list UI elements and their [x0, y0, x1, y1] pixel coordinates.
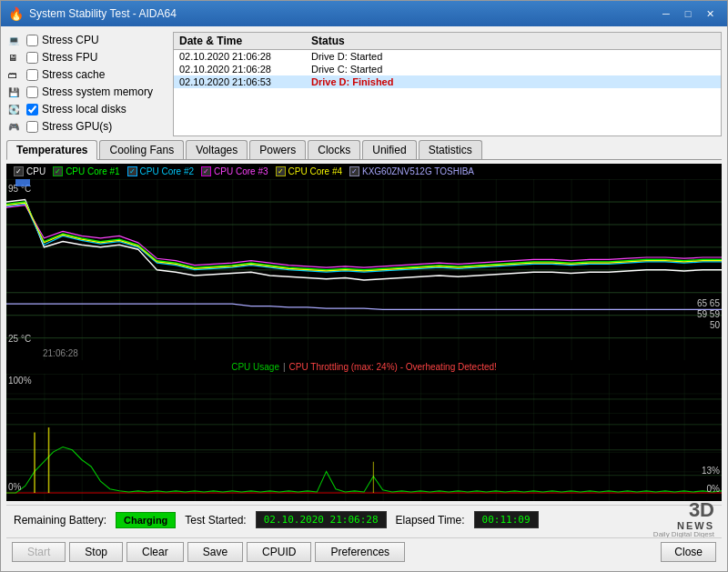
log-row-3: 02.10.2020 21:06:53 Drive D: Finished: [174, 75, 721, 88]
cpu-chart-title-bar: CPU Usage | CPU Throttling (max: 24%) - …: [6, 360, 722, 374]
x-label-start: 21:06:28: [43, 348, 78, 358]
legend-cpu-label: CPU: [26, 166, 46, 176]
legend-cpu: ✓ CPU: [14, 166, 46, 176]
title-bar: 🔥 System Stability Test - AIDA64 ─ □ ✕: [1, 1, 727, 26]
log-time-1: 02.10.2020 21:06:28: [179, 51, 311, 62]
temp-chart-area: 95 °C 25 °C 65 65 59 59 50 21:06:28: [6, 179, 722, 360]
disk-icon: 💽: [8, 105, 23, 115]
logo-area: 3D NEWS Daily Digital Digest: [653, 500, 714, 539]
y-right-65: 65 65: [697, 297, 720, 307]
title-bar-left: 🔥 System Stability Test - AIDA64: [8, 6, 177, 21]
close-button[interactable]: ✕: [700, 5, 720, 22]
cpu-chart-svg: [6, 374, 722, 501]
log-header-status: Status: [311, 35, 715, 47]
elapsed-label: Elapsed Time:: [396, 514, 465, 527]
log-rows: 02.10.2020 21:06:28 Drive D: Started 02.…: [174, 50, 721, 88]
window-title: System Stability Test - AIDA64: [29, 7, 177, 20]
minimize-button[interactable]: ─: [656, 5, 676, 22]
stress-sysmem-checkbox[interactable]: [26, 86, 38, 98]
test-started-value: 02.10.2020 21:06:28: [256, 511, 387, 528]
title-bar-buttons: ─ □ ✕: [656, 5, 720, 22]
tab-temperatures[interactable]: Temperatures: [6, 140, 97, 160]
y-right-59: 59 59: [697, 308, 720, 318]
legend-toshiba: ✓ KXG60ZNV512G TOSHIBA: [349, 166, 474, 176]
cpu-chart-wrapper: CPU Usage | CPU Throttling (max: 24%) - …: [6, 360, 722, 501]
cpuid-button[interactable]: CPUID: [247, 542, 311, 562]
stress-gpu-checkbox[interactable]: [26, 121, 38, 133]
scroll-indicator[interactable]: [15, 179, 30, 186]
tab-cooling-fans[interactable]: Cooling Fans: [99, 140, 184, 159]
log-row-1: 02.10.2020 21:06:28 Drive D: Started: [174, 50, 721, 63]
sysmem-icon: 💾: [8, 87, 23, 97]
elapsed-value: 00:11:09: [474, 511, 539, 528]
stress-disk-checkbox[interactable]: [26, 104, 38, 115]
battery-value: Charging: [116, 512, 176, 528]
legend-core2-label: CPU Core #2: [140, 166, 194, 176]
log-status-1: Drive D: Started: [311, 51, 715, 62]
legend-core1: ✓ CPU Core #1: [53, 166, 119, 176]
save-button[interactable]: Save: [187, 542, 243, 562]
app-icon: 🔥: [8, 6, 24, 21]
stress-gpu-item: 🎮 Stress GPU(s): [6, 118, 166, 135]
log-header-datetime: Date & Time: [179, 35, 311, 47]
legend-core3-label: CPU Core #3: [214, 166, 268, 176]
tab-unified[interactable]: Unified: [362, 140, 416, 159]
logo-3d: 3D: [653, 500, 714, 520]
test-started-label: Test Started:: [185, 514, 246, 527]
log-status-2: Drive C: Started: [311, 64, 715, 75]
stress-cpu-label: Stress CPU: [42, 34, 99, 46]
cpu-icon: 💻: [8, 35, 23, 45]
legend-core4: ✓ CPU Core #4: [276, 166, 342, 176]
y-right-0pct: 0%: [707, 484, 720, 494]
temp-chart-svg: [6, 179, 722, 360]
stress-sysmem-label: Stress system memory: [42, 85, 153, 98]
stress-fpu-checkbox[interactable]: [26, 52, 38, 64]
legend-core1-label: CPU Core #1: [66, 166, 119, 176]
bottom-buttons: Start Stop Clear Save CPUID Preferences …: [6, 537, 722, 566]
stress-cache-checkbox[interactable]: [26, 69, 38, 81]
cache-icon: 🗃: [8, 70, 23, 80]
battery-label: Remaining Battery:: [14, 514, 106, 527]
temp-chart-wrapper: ✓ CPU ✓ CPU Core #1 ✓ CPU Core #2 ✓ CPU …: [6, 164, 722, 360]
temp-chart-legend: ✓ CPU ✓ CPU Core #1 ✓ CPU Core #2 ✓ CPU …: [6, 164, 722, 179]
stress-options: 💻 Stress CPU 🖥 Stress FPU 🗃 Stress cache…: [6, 32, 166, 136]
log-header: Date & Time Status: [174, 33, 721, 50]
stress-disk-label: Stress local disks: [42, 103, 126, 115]
close-window-button[interactable]: Close: [661, 542, 716, 562]
cpu-throttle-text: CPU Throttling (max: 24%) - Overheating …: [289, 362, 497, 372]
gpu-icon: 🎮: [8, 122, 23, 132]
stop-button[interactable]: Stop: [69, 542, 123, 562]
stress-gpu-label: Stress GPU(s): [42, 120, 112, 133]
y-right-13: 13%: [702, 466, 720, 476]
legend-core4-label: CPU Core #4: [288, 166, 342, 176]
tab-clocks[interactable]: Clocks: [308, 140, 360, 159]
stress-sysmem-item: 💾 Stress system memory: [6, 84, 166, 100]
main-window: 🔥 System Stability Test - AIDA64 ─ □ ✕ 💻…: [0, 0, 728, 572]
legend-core2: ✓ CPU Core #2: [127, 166, 194, 176]
stress-disk-item: 💽 Stress local disks: [6, 101, 166, 117]
y-label-25: 25 °C: [8, 334, 31, 344]
fpu-icon: 🖥: [8, 53, 23, 63]
maximize-button[interactable]: □: [678, 5, 698, 22]
log-time-2: 02.10.2020 21:06:28: [179, 64, 311, 75]
log-time-3: 02.10.2020 21:06:53: [179, 76, 311, 87]
cpu-legend-text: CPU Usage: [231, 362, 279, 372]
stress-cache-item: 🗃 Stress cache: [6, 66, 166, 83]
y-label-0: 0%: [8, 482, 21, 492]
log-panel: Date & Time Status 02.10.2020 21:06:28 D…: [173, 32, 722, 136]
stress-cpu-checkbox[interactable]: [26, 35, 38, 46]
cpu-chart-area: 100% 0% 13% 0%: [6, 374, 722, 501]
tab-voltages[interactable]: Voltages: [186, 140, 248, 159]
stress-cpu-item: 💻 Stress CPU: [6, 32, 166, 48]
svg-rect-8: [6, 374, 722, 501]
tab-statistics[interactable]: Statistics: [419, 140, 482, 159]
legend-toshiba-label: KXG60ZNV512G TOSHIBA: [362, 166, 474, 176]
tab-powers[interactable]: Powers: [249, 140, 306, 159]
clear-button[interactable]: Clear: [126, 542, 184, 562]
y-label-100: 100%: [8, 376, 32, 386]
start-button[interactable]: Start: [12, 542, 66, 562]
charts-section: ✓ CPU ✓ CPU Core #1 ✓ CPU Core #2 ✓ CPU …: [6, 164, 722, 501]
legend-core3: ✓ CPU Core #3: [201, 166, 268, 176]
tabs-section: Temperatures Cooling Fans Voltages Power…: [6, 140, 722, 160]
preferences-button[interactable]: Preferences: [315, 542, 405, 562]
